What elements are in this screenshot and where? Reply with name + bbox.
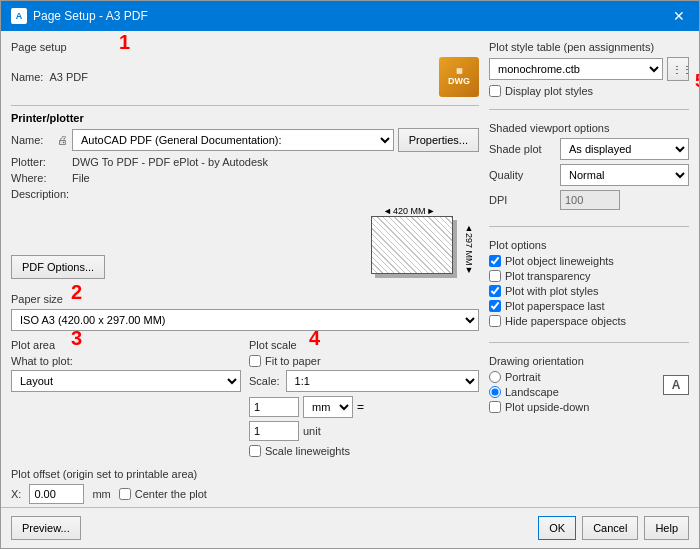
- mm-label-1: mm: [92, 488, 110, 500]
- main-content: Page setup Name: A3 PDF ▦ DWG 1 Printer/…: [1, 31, 699, 507]
- close-button[interactable]: ✕: [669, 6, 689, 26]
- dpi-row: DPI: [489, 190, 689, 210]
- divider-3: [489, 342, 689, 343]
- x-label: X:: [11, 488, 21, 500]
- printer-name-row: Name: 🖨 AutoCAD PDF (General Documentati…: [11, 128, 479, 152]
- name-label: Name:: [11, 71, 43, 83]
- orientation-options: Portrait Landscape Plot upside-down: [489, 371, 657, 416]
- paper-preview: ◄ 420 MM ► ▲ 297 MM: [365, 204, 475, 279]
- plotter-value: DWG To PDF - PDF ePlot - by Autodesk: [72, 156, 268, 168]
- printer-name-label: Name:: [11, 134, 51, 146]
- shade-plot-select[interactable]: As displayed: [560, 138, 689, 160]
- plot-offset-label: Plot offset (origin set to printable are…: [11, 468, 479, 480]
- red-number-1: 1: [119, 31, 130, 54]
- name-value: A3 PDF: [49, 71, 433, 83]
- scale-lineweights-row: Scale lineweights: [249, 445, 479, 457]
- red-number-2: 2: [71, 281, 82, 304]
- scale-lineweights-label: Scale lineweights: [265, 445, 350, 457]
- printer-name-select[interactable]: AutoCAD PDF (General Documentation):: [72, 129, 394, 151]
- scale-num-input[interactable]: [249, 397, 299, 417]
- plot-object-lineweights-label: Plot object lineweights: [505, 255, 614, 267]
- display-plot-styles-checkbox[interactable]: [489, 85, 501, 97]
- bottom-bar: Preview... OK Cancel Help: [1, 507, 699, 548]
- x-input[interactable]: [29, 484, 84, 504]
- plot-style-edit-button[interactable]: ⋮⋮: [667, 57, 689, 81]
- scale-lineweights-checkbox[interactable]: [249, 445, 261, 457]
- plot-style-select[interactable]: monochrome.ctb: [489, 58, 663, 80]
- fit-to-paper-row: Fit to paper: [249, 355, 479, 367]
- where-value: File: [72, 172, 90, 184]
- printer-icon: 🖨: [57, 134, 68, 146]
- what-to-plot-select[interactable]: Layout: [11, 370, 241, 392]
- scale-mm-select[interactable]: mm: [303, 396, 353, 418]
- plot-area-label: Plot area: [11, 339, 241, 351]
- plot-transparency-row: Plot transparency: [489, 270, 689, 282]
- plot-paperspace-last-label: Plot paperspace last: [505, 300, 605, 312]
- dpi-label: DPI: [489, 194, 554, 206]
- scale-unit-input[interactable]: [249, 421, 299, 441]
- pdf-options-button[interactable]: PDF Options...: [11, 255, 105, 279]
- display-plot-styles-row: Display plot styles 5: [489, 85, 689, 97]
- help-button[interactable]: Help: [644, 516, 689, 540]
- preview-button[interactable]: Preview...: [11, 516, 81, 540]
- shaded-viewport-label: Shaded viewport options: [489, 122, 689, 134]
- fit-to-paper-checkbox[interactable]: [249, 355, 261, 367]
- dim-top: ◄ 420 MM ►: [383, 206, 435, 216]
- properties-button[interactable]: Properties...: [398, 128, 479, 152]
- quality-row: Quality Normal: [489, 164, 689, 186]
- plot-style-controls: monochrome.ctb ⋮⋮: [489, 57, 689, 81]
- center-plot-checkbox[interactable]: [119, 488, 131, 500]
- plotter-label: Plotter:: [11, 156, 66, 168]
- plot-options-label: Plot options: [489, 239, 689, 251]
- plot-transparency-checkbox[interactable]: [489, 270, 501, 282]
- page-setup-label: Page setup: [11, 41, 479, 53]
- dpi-input[interactable]: [560, 190, 620, 210]
- app-icon: A: [11, 8, 27, 24]
- quality-label: Quality: [489, 169, 554, 181]
- printer-section: Printer/plotter Name: 🖨 AutoCAD PDF (Gen…: [11, 105, 479, 279]
- plot-style-table-label: Plot style table (pen assignments): [489, 41, 689, 53]
- scale-unit-row: mm =: [249, 396, 479, 418]
- what-to-plot-row: What to plot: Layout: [11, 355, 241, 392]
- plot-object-lineweights-checkbox[interactable]: [489, 255, 501, 267]
- portrait-row: Portrait: [489, 371, 657, 383]
- plot-paperspace-last-row: Plot paperspace last: [489, 300, 689, 312]
- ok-button[interactable]: OK: [538, 516, 576, 540]
- fit-to-paper-label: Fit to paper: [265, 355, 321, 367]
- dim-right: ▲ 297 MM ▼: [463, 220, 475, 278]
- red-number-5: 5: [695, 71, 699, 92]
- left-panel: Page setup Name: A3 PDF ▦ DWG 1 Printer/…: [11, 41, 479, 497]
- cancel-button[interactable]: Cancel: [582, 516, 638, 540]
- scale-unit2-row: unit: [249, 421, 479, 441]
- hatch-pattern: [372, 217, 452, 273]
- name-row: Name: A3 PDF ▦ DWG: [11, 57, 479, 97]
- upside-down-row: Plot upside-down: [489, 401, 657, 413]
- portrait-radio[interactable]: [489, 371, 501, 383]
- plot-with-plot-styles-checkbox[interactable]: [489, 285, 501, 297]
- printer-title: Printer/plotter: [11, 112, 479, 124]
- preview-area: PDF Options... ◄ 420 MM ►: [11, 204, 479, 279]
- where-row: Where: File: [11, 172, 479, 184]
- hide-paperspace-checkbox[interactable]: [489, 315, 501, 327]
- divider-1: [489, 109, 689, 110]
- description-label: Description:: [11, 188, 81, 200]
- plot-offset-section: Plot offset (origin set to printable are…: [11, 468, 479, 507]
- shade-plot-row: Shade plot As displayed: [489, 138, 689, 160]
- plot-with-plot-styles-row: Plot with plot styles: [489, 285, 689, 297]
- hide-paperspace-label: Hide paperspace objects: [505, 315, 626, 327]
- plot-object-lineweights-row: Plot object lineweights: [489, 255, 689, 267]
- quality-select[interactable]: Normal: [560, 164, 689, 186]
- landscape-row: Landscape: [489, 386, 657, 398]
- upside-down-checkbox[interactable]: [489, 401, 501, 413]
- plot-area-scale-row: Plot area 3 What to plot: Layout Plot sc…: [11, 339, 479, 460]
- window-title: Page Setup - A3 PDF: [33, 9, 148, 23]
- plot-transparency-label: Plot transparency: [505, 270, 591, 282]
- offset-row: X: mm Center the plot: [11, 484, 479, 504]
- plot-paperspace-last-checkbox[interactable]: [489, 300, 501, 312]
- plot-scale-section: Plot scale 4 Fit to paper Scale: 1:1: [249, 339, 479, 460]
- center-plot-label: Center the plot: [135, 488, 207, 500]
- scale-select[interactable]: 1:1: [286, 370, 479, 392]
- what-to-plot-label: What to plot:: [11, 355, 241, 367]
- titlebar-left: A Page Setup - A3 PDF: [11, 8, 148, 24]
- landscape-radio[interactable]: [489, 386, 501, 398]
